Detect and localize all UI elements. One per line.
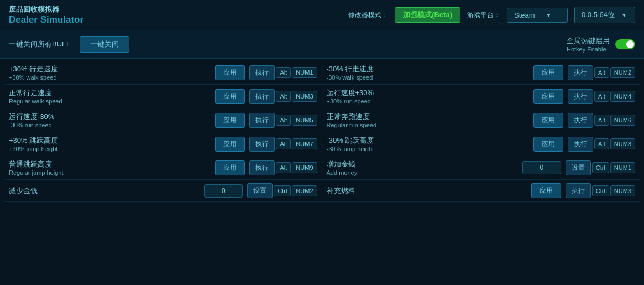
key-num-11: NUM2 [292,185,317,196]
key-alt-4: Alt [594,91,609,102]
apply-btn-12[interactable]: 应用 [531,183,561,198]
cheat-name-4: 运行速度+30% +30% run speed [327,88,529,105]
cheat-name-8: -30% 跳跃高度 -30% jump height [327,136,529,152]
key-group-8: 执行 Alt NUM8 [568,137,635,152]
toolbar: 一键关闭所有BUFF 一键关闭 全局热键启用 Hotkey Enable [0,30,644,59]
key-alt-3: Alt [276,91,291,102]
key-group-9: 执行 Alt NUM9 [249,160,317,175]
platform-select[interactable]: Steam ▼ [507,8,568,23]
cheat-row-1-left: +30% 行走速度 +30% walk speed 应用 执行 Alt NUM1 [4,61,322,85]
cheat-name-9: 普通跳跃高度 Regular jump height [9,159,211,176]
toolbar-right: 全局热键启用 Hotkey Enable [567,36,635,53]
hotkey-toggle[interactable] [615,39,635,49]
execute-btn-7[interactable]: 执行 [249,137,275,152]
key-group-5: 执行 Alt NUM5 [249,113,317,128]
add-money-input[interactable] [522,161,561,174]
cheat-row-6-left: 减少金钱 设置 Ctrl NUM2 [4,180,322,202]
execute-btn-5[interactable]: 执行 [249,113,275,128]
hotkey-label-cn: 全局热键启用 [567,36,610,46]
key-ctrl-11: Ctrl [274,185,291,196]
cheat-name-12: 补充燃料 [327,186,527,196]
key-alt-7: Alt [276,138,291,149]
version-select[interactable]: 0.0.5 64位 ▼ [574,7,635,23]
key-alt-8: Alt [594,138,609,149]
cheat-name-6: 正常奔跑速度 Regular run speed [327,112,529,128]
cheat-row-2-left: 正常行走速度 Regular walk speed 应用 执行 Alt NUM3 [4,85,322,108]
key-num-10: NUM1 [610,162,635,173]
app-container: 废品回收模拟器 Dealer Simulator 修改器模式： 加强模式(Bet… [0,0,644,285]
key-num-3: NUM3 [292,91,317,102]
hotkey-row: 全局热键启用 Hotkey Enable [567,36,635,53]
cheat-name-1: +30% 行走速度 +30% walk speed [9,64,211,81]
cheat-name-2: -30% 行走速度 -30% walk speed [327,64,529,81]
key-num-4: NUM4 [610,91,635,102]
header: 废品回收模拟器 Dealer Simulator 修改器模式： 加强模式(Bet… [0,0,644,30]
mode-badge-button[interactable]: 加强模式(Beta) [395,7,460,23]
header-right: 修改器模式： 加强模式(Beta) 游戏平台： Steam ▼ 0.0.5 64… [348,7,635,23]
close-all-label: 一键关闭所有BUFF [9,39,71,49]
execute-btn-8[interactable]: 执行 [568,137,593,152]
key-group-7: 执行 Alt NUM7 [249,137,317,152]
cheat-row-1-right: -30% 行走速度 -30% walk speed 应用 执行 Alt NUM2 [322,61,640,85]
sub-money-input[interactable] [204,184,243,198]
key-alt-9: Alt [276,162,291,173]
execute-btn-12[interactable]: 执行 [566,183,591,198]
toolbar-left: 一键关闭所有BUFF 一键关闭 [9,36,129,53]
cheat-name-3: 正常行走速度 Regular walk speed [9,88,211,105]
version-chevron-icon: ▼ [621,12,627,18]
key-group-12: 执行 Ctrl NUM3 [566,183,635,198]
header-left: 废品回收模拟器 Dealer Simulator [9,4,83,25]
app-title-cn: 废品回收模拟器 [9,4,83,14]
execute-btn-6[interactable]: 执行 [568,113,593,128]
cheat-row-6-right: 补充燃料 应用 执行 Ctrl NUM3 [322,180,640,202]
cheat-name-10: 增加金钱 Add money [327,159,518,176]
apply-btn-8[interactable]: 应用 [533,137,563,152]
cheat-row-3-left: 运行速度-30% -30% run speed 应用 执行 Alt NUM5 [4,108,322,132]
apply-btn-7[interactable]: 应用 [215,137,245,152]
apply-btn-3[interactable]: 应用 [215,89,245,104]
mode-label: 修改器模式： [348,11,388,20]
key-group-2: 执行 Alt NUM2 [568,65,635,80]
key-num-5: NUM5 [292,115,317,126]
platform-chevron-icon: ▼ [546,12,552,18]
key-num-6: NUM6 [610,115,635,126]
execute-btn-3[interactable]: 执行 [249,89,275,104]
cheat-row-5-right: 增加金钱 Add money 设置 Ctrl NUM1 [322,156,640,180]
key-group-4: 执行 Alt NUM4 [568,89,635,104]
key-alt-5: Alt [276,115,291,126]
apply-btn-4[interactable]: 应用 [533,89,563,104]
key-group-11: 设置 Ctrl NUM2 [247,183,317,198]
key-alt-2: Alt [594,67,609,78]
cheat-row-4-left: +30% 跳跃高度 +30% jump height 应用 执行 Alt NUM… [4,132,322,156]
key-alt-1: Alt [276,67,291,78]
cheat-row-5-left: 普通跳跃高度 Regular jump height 应用 执行 Alt NUM… [4,156,322,180]
cheat-name-11: 减少金钱 [9,186,200,196]
apply-btn-5[interactable]: 应用 [215,113,245,128]
key-num-1: NUM1 [292,67,317,78]
cheats-grid: +30% 行走速度 +30% walk speed 应用 执行 Alt NUM1… [4,61,640,202]
key-num-2: NUM2 [610,67,635,78]
execute-btn-9[interactable]: 执行 [249,160,275,175]
cheat-row-4-right: -30% 跳跃高度 -30% jump height 应用 执行 Alt NUM… [322,132,640,156]
execute-btn-4[interactable]: 执行 [568,89,593,104]
apply-btn-9[interactable]: 应用 [215,160,245,175]
apply-btn-1[interactable]: 应用 [215,65,245,80]
set-btn-10[interactable]: 设置 [566,160,591,175]
cheat-row-2-right: 运行速度+30% +30% run speed 应用 执行 Alt NUM4 [322,85,640,108]
key-ctrl-10: Ctrl [592,162,609,173]
apply-btn-2[interactable]: 应用 [533,65,563,80]
execute-btn-1[interactable]: 执行 [249,65,275,80]
hotkey-label-en: Hotkey Enable [567,46,610,53]
cheat-name-5: 运行速度-30% -30% run speed [9,112,211,128]
execute-btn-2[interactable]: 执行 [568,65,593,80]
key-group-3: 执行 Alt NUM3 [249,89,317,104]
app-title-en: Dealer Simulator [9,14,83,25]
close-all-button[interactable]: 一键关闭 [80,36,129,53]
key-alt-6: Alt [594,115,609,126]
set-btn-11[interactable]: 设置 [247,183,273,198]
key-num-12: NUM3 [610,185,635,196]
key-group-1: 执行 Alt NUM1 [249,65,317,80]
hotkey-labels: 全局热键启用 Hotkey Enable [567,36,610,53]
key-num-7: NUM7 [292,138,317,149]
apply-btn-6[interactable]: 应用 [533,113,563,128]
